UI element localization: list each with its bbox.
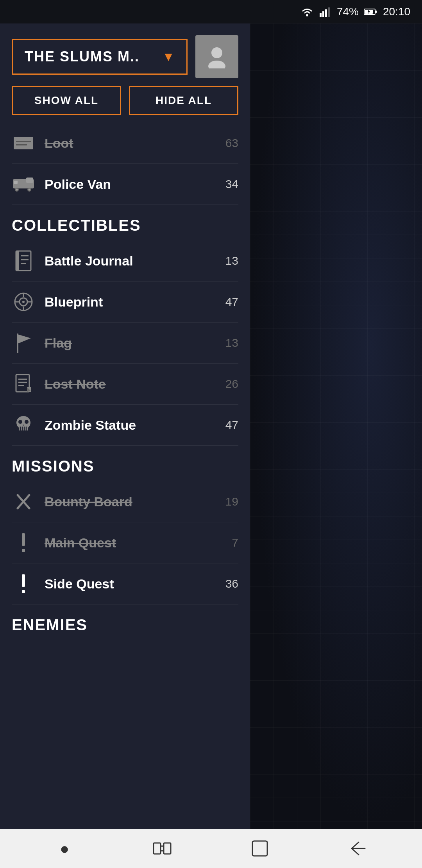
blueprint-label: Blueprint <box>45 294 219 310</box>
svg-rect-3 <box>325 9 327 17</box>
svg-rect-6 <box>375 11 377 13</box>
list-item-flag[interactable]: Flag 13 <box>12 323 238 364</box>
show-all-button[interactable]: SHOW ALL <box>12 86 121 115</box>
map-selector[interactable]: THE SLUMS M.. ▼ <box>12 39 188 75</box>
svg-rect-1 <box>320 13 322 17</box>
loot-icon <box>12 131 35 155</box>
section-header-enemies: ENEMIES <box>12 604 238 640</box>
section-header-missions: MISSIONS <box>12 446 238 481</box>
battery-icon <box>364 8 377 16</box>
map-area <box>250 23 422 829</box>
battery-percentage: 74% <box>337 5 359 18</box>
blueprint-icon <box>12 290 35 314</box>
police-van-label: Police Van <box>45 177 219 192</box>
back-arrow-icon <box>349 841 367 856</box>
time-display: 20:10 <box>383 5 410 18</box>
list-item-side-quest[interactable]: Side Quest 36 <box>12 563 238 604</box>
list-item-loot[interactable]: Loot 63 <box>12 123 238 164</box>
home-dot-icon: ● <box>60 840 69 857</box>
recents-icon <box>153 841 172 856</box>
svg-rect-11 <box>16 141 31 142</box>
svg-rect-10 <box>14 137 33 149</box>
profile-button[interactable] <box>195 35 238 78</box>
signal-icon <box>320 6 331 17</box>
map-header: THE SLUMS M.. ▼ <box>0 23 250 86</box>
list-item-main-quest[interactable]: Main Quest 7 <box>12 522 238 563</box>
lost-note-label: Lost Note <box>45 377 219 392</box>
svg-rect-21 <box>16 251 19 271</box>
nav-recents-button[interactable] <box>147 833 178 864</box>
menu-panel: THE SLUMS M.. ▼ SHOW ALL HIDE ALL <box>0 23 250 829</box>
flag-label: Flag <box>45 335 219 351</box>
loot-label: Loot <box>45 136 219 151</box>
police-van-count: 34 <box>219 178 238 191</box>
square-home-icon <box>251 839 269 857</box>
list-item-battle-journal[interactable]: Battle Journal 13 <box>12 240 238 282</box>
lost-note-count: 26 <box>219 377 238 391</box>
bounty-board-icon <box>12 490 35 513</box>
list-item-blueprint[interactable]: Blueprint 47 <box>12 282 238 323</box>
list-item-police-van[interactable]: Police Van 34 <box>12 164 238 205</box>
status-bar: 74% 20:10 <box>0 0 422 23</box>
battle-journal-icon <box>12 249 35 273</box>
svg-rect-47 <box>22 533 25 546</box>
status-icons: 74% 20:10 <box>300 5 410 18</box>
battle-journal-label: Battle Journal <box>45 253 219 269</box>
map-background <box>250 23 422 829</box>
nav-back-button[interactable] <box>342 833 373 864</box>
nav-bar: ● <box>0 829 422 868</box>
nav-home-square-button[interactable] <box>244 833 275 864</box>
loot-count: 63 <box>219 136 238 150</box>
menu-list: Loot 63 Police Van 34 <box>0 123 250 829</box>
list-item-bounty-board[interactable]: Bounty Board 19 <box>12 481 238 522</box>
svg-point-16 <box>16 189 18 191</box>
blueprint-count: 47 <box>219 295 238 308</box>
dropdown-arrow-icon: ▼ <box>162 50 175 64</box>
main-quest-icon <box>12 531 35 554</box>
section-header-collectibles: COLLECTIBLES <box>12 205 238 240</box>
hide-all-button[interactable]: HIDE ALL <box>129 86 238 115</box>
zombie-statue-label: Zombie Statue <box>45 418 219 433</box>
svg-rect-51 <box>154 843 161 854</box>
side-quest-count: 36 <box>219 577 238 590</box>
zombie-statue-icon <box>12 413 35 437</box>
svg-rect-2 <box>322 11 324 17</box>
bounty-board-count: 19 <box>219 495 238 508</box>
svg-rect-48 <box>22 549 25 552</box>
svg-point-0 <box>306 14 308 16</box>
person-icon <box>205 45 229 68</box>
police-van-icon <box>12 172 35 196</box>
svg-rect-12 <box>16 144 27 145</box>
svg-point-40 <box>25 420 29 424</box>
svg-point-8 <box>211 47 222 58</box>
flag-count: 13 <box>219 336 238 350</box>
svg-rect-4 <box>328 7 330 17</box>
side-quest-icon <box>12 572 35 595</box>
nav-home-button[interactable]: ● <box>49 833 80 864</box>
svg-rect-52 <box>164 843 171 854</box>
svg-point-9 <box>208 61 225 68</box>
svg-rect-50 <box>22 590 25 593</box>
svg-point-27 <box>22 301 25 303</box>
main-quest-label: Main Quest <box>45 535 219 551</box>
map-title: THE SLUMS M.. <box>25 48 139 65</box>
side-quest-label: Side Quest <box>45 576 219 592</box>
flag-icon <box>12 331 35 355</box>
map-grid <box>250 23 422 829</box>
main-quest-count: 7 <box>219 536 238 549</box>
lost-note-icon <box>12 372 35 396</box>
main-container: THE SLUMS M.. ▼ SHOW ALL HIDE ALL <box>0 23 422 829</box>
svg-point-18 <box>29 189 30 191</box>
svg-rect-55 <box>252 841 267 856</box>
svg-rect-49 <box>22 574 25 587</box>
list-item-zombie-statue[interactable]: Zombie Statue 47 <box>12 405 238 446</box>
wifi-icon <box>300 6 314 17</box>
list-item-lost-note[interactable]: Lost Note 26 <box>12 364 238 405</box>
battle-journal-count: 13 <box>219 254 238 267</box>
svg-point-39 <box>18 420 22 424</box>
show-hide-row: SHOW ALL HIDE ALL <box>0 86 250 123</box>
zombie-statue-count: 47 <box>219 418 238 432</box>
svg-rect-14 <box>26 178 33 183</box>
svg-rect-19 <box>14 181 18 184</box>
bounty-board-label: Bounty Board <box>45 494 219 509</box>
